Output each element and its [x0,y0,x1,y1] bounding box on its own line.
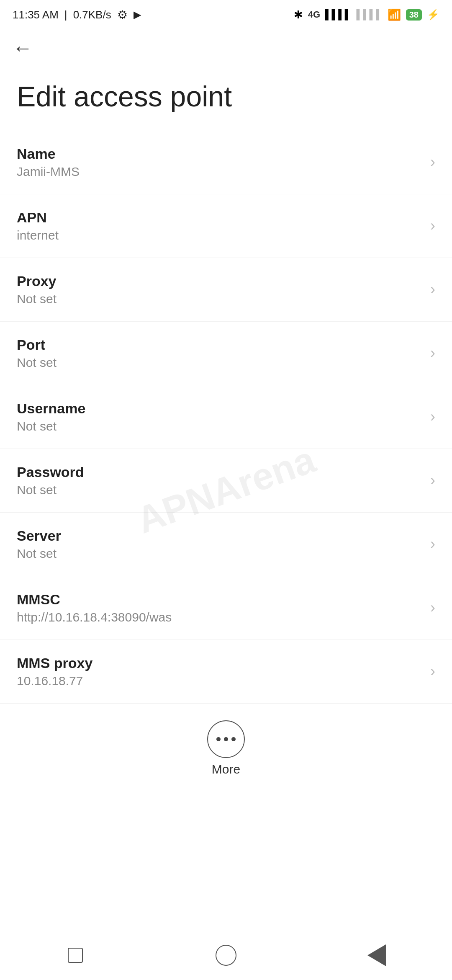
settings-item-password-content: Password Not set [17,464,422,497]
settings-item-port[interactable]: Port Not set › [0,322,452,385]
settings-label-server: Server [17,528,422,544]
chevron-mmsc-icon: › [430,599,435,616]
status-bar: 11:35 AM | 0.7KB/s ⚙ ▶ ✱ 4G ▌▌▌▌ ▌▌▌▌ 📶 … [0,0,452,29]
signal-bars2-icon: ▌▌▌▌ [356,9,382,20]
dot-2 [224,737,228,741]
settings-label-name: Name [17,146,422,162]
dot-1 [216,737,221,741]
settings-item-apn[interactable]: APN internet › [0,194,452,258]
battery-indicator: 38 [406,9,422,21]
settings-item-mmsc[interactable]: MMSC http://10.16.18.4:38090/was › [0,576,452,640]
settings-value-apn: internet [17,228,422,242]
settings-item-password[interactable]: Password Not set › [0,449,452,513]
video-icon: ▶ [134,9,141,21]
settings-item-port-content: Port Not set [17,337,422,370]
settings-item-server[interactable]: Server Not set › [0,513,452,576]
settings-item-apn-content: APN internet [17,209,422,242]
nav-back-icon [367,944,386,966]
settings-label-proxy: Proxy [17,273,422,289]
chevron-server-icon: › [430,535,435,553]
nav-recents-button[interactable] [61,941,90,970]
settings-label-password: Password [17,464,422,480]
settings-value-port: Not set [17,356,422,370]
charging-icon: ⚡ [427,9,439,21]
chevron-apn-icon: › [430,217,435,235]
settings-value-mmsc: http://10.16.18.4:38090/was [17,610,422,624]
settings-item-name[interactable]: Name Jamii-MMS › [0,131,452,194]
chevron-username-icon: › [430,408,435,426]
nav-home-icon [216,945,236,966]
status-time: 11:35 AM [13,8,59,21]
settings-item-name-content: Name Jamii-MMS [17,146,422,179]
chevron-password-icon: › [430,472,435,489]
settings-item-proxy-content: Proxy Not set [17,273,422,306]
page-title: Edit access point [17,80,435,114]
settings-item-mmsc-content: MMSC http://10.16.18.4:38090/was [17,591,422,624]
settings-label-mms-proxy: MMS proxy [17,655,422,671]
page-title-section: Edit access point [0,67,452,131]
nav-back-button[interactable] [362,941,391,970]
settings-item-username[interactable]: Username Not set › [0,385,452,449]
settings-label-mmsc: MMSC [17,591,422,608]
chevron-name-icon: › [430,153,435,171]
settings-label-apn: APN [17,209,422,226]
chevron-port-icon: › [430,344,435,362]
nav-recents-icon [68,948,83,963]
signal-4g-icon: 4G [308,9,320,20]
status-right: ✱ 4G ▌▌▌▌ ▌▌▌▌ 📶 38 ⚡ [294,8,439,21]
settings-value-name: Jamii-MMS [17,165,422,179]
status-network-speed: 0.7KB/s [73,8,111,21]
nav-bar [0,930,452,980]
toolbar: ← [0,29,452,67]
settings-value-server: Not set [17,547,422,561]
settings-value-password: Not set [17,483,422,497]
bluetooth-icon: ✱ [294,8,303,21]
more-dots-icon [216,737,236,741]
settings-value-username: Not set [17,419,422,433]
settings-value-proxy: Not set [17,292,422,306]
signal-bars-icon: ▌▌▌▌ [325,9,351,20]
chevron-proxy-icon: › [430,281,435,298]
settings-item-mms-proxy[interactable]: MMS proxy 10.16.18.77 › [0,640,452,704]
dot-3 [231,737,236,741]
settings-value-mms-proxy: 10.16.18.77 [17,674,422,688]
settings-item-proxy[interactable]: Proxy Not set › [0,258,452,322]
status-speed: | [64,8,67,21]
back-button[interactable]: ← [13,38,33,58]
settings-item-server-content: Server Not set [17,528,422,561]
more-button-section: More [0,704,452,785]
settings-label-port: Port [17,337,422,353]
settings-label-username: Username [17,400,422,417]
more-label: More [212,762,240,776]
settings-icon: ⚙ [117,8,128,22]
chevron-mms-proxy-icon: › [430,663,435,680]
settings-item-mms-proxy-content: MMS proxy 10.16.18.77 [17,655,422,688]
settings-item-username-content: Username Not set [17,400,422,433]
nav-home-button[interactable] [211,941,241,970]
more-button[interactable] [207,720,245,758]
settings-list: Name Jamii-MMS › APN internet › Proxy No… [0,131,452,704]
status-left: 11:35 AM | 0.7KB/s ⚙ ▶ [13,8,141,22]
wifi-icon: 📶 [388,8,401,21]
